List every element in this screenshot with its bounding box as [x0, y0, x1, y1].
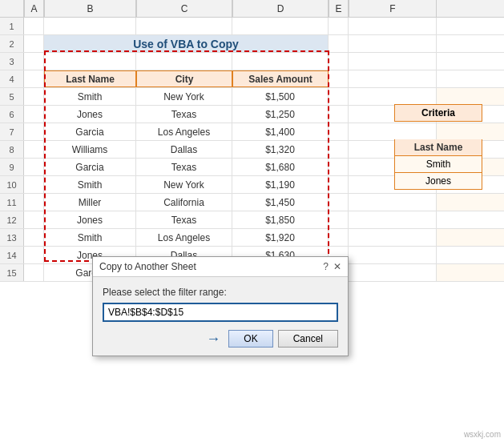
ok-button[interactable]: OK — [228, 330, 272, 348]
last-name-cell: Garcia — [44, 159, 136, 175]
table-row: 12 Jones Texas $1,850 — [0, 211, 504, 229]
last-name-cell: Garcia — [44, 123, 136, 140]
spreadsheet: A B C D E F 1 2 Use of VBA to Copy 3 — [0, 0, 504, 442]
row-num: 9 — [0, 159, 24, 175]
table-row: 4 Last Name City Sales Amount — [0, 70, 504, 88]
dialog-buttons: → OK Cancel — [103, 330, 338, 348]
last-name-cell: Jones — [44, 106, 136, 123]
table-row: 1 — [0, 18, 504, 35]
dialog-box: Copy to Another Sheet ? ✕ Please select … — [92, 256, 349, 356]
table-row: 3 — [0, 53, 504, 70]
row-num: 4 — [0, 70, 24, 87]
city-cell: New York — [136, 176, 232, 193]
dialog-question-icon[interactable]: ? — [323, 261, 329, 272]
dialog-prompt-label: Please select the filter range: — [103, 287, 338, 298]
city-cell: California — [136, 194, 232, 211]
dialog-title: Copy to Another Sheet — [99, 261, 196, 272]
row-num: 11 — [0, 194, 24, 211]
sales-cell: $1,400 — [232, 123, 329, 140]
criteria-box: Criteria Last Name Smith Jones — [394, 104, 482, 190]
city-cell: Texas — [136, 159, 232, 175]
last-name-cell: Jones — [44, 211, 136, 228]
sales-cell: $1,320 — [232, 141, 329, 158]
table-row: 13 Smith Los Angeles $1,920 — [0, 229, 504, 247]
criteria-title: Criteria — [394, 104, 482, 122]
criteria-col-label: Last Name — [394, 139, 482, 156]
sales-cell: $1,500 — [232, 88, 329, 105]
table-row: 11 Miller California $1,450 — [0, 194, 504, 211]
city-cell: Texas — [136, 106, 232, 123]
row-num: 15 — [0, 264, 24, 281]
last-name-cell: Smith — [44, 176, 136, 193]
col-header-last-name: Last Name — [44, 70, 136, 87]
row-num: 12 — [0, 211, 24, 228]
row-num: 6 — [0, 106, 24, 123]
row-num: 14 — [0, 247, 24, 263]
col-header-sales: Sales Amount — [232, 70, 329, 87]
dialog-input-wrap — [103, 303, 338, 322]
row-num: 3 — [0, 53, 24, 70]
col-header-b: B — [44, 0, 136, 17]
criteria-value-2: Jones — [394, 173, 482, 190]
row-num: 10 — [0, 176, 24, 193]
col-header-e: E — [329, 0, 349, 17]
sales-cell: $1,450 — [232, 194, 329, 211]
corner-cell — [0, 0, 24, 18]
cancel-button[interactable]: Cancel — [278, 330, 338, 348]
city-cell: Los Angeles — [136, 123, 232, 140]
arrow-icon: → — [206, 331, 220, 348]
row-num: 7 — [0, 123, 24, 140]
col-header-city: City — [136, 70, 232, 87]
table-row: 2 Use of VBA to Copy — [0, 35, 504, 53]
table-row: 5 Smith New York $1,500 — [0, 88, 504, 106]
city-cell: New York — [136, 88, 232, 105]
last-name-cell: Williams — [44, 141, 136, 158]
dialog-close-icon[interactable]: ✕ — [333, 261, 341, 272]
city-cell: Los Angeles — [136, 229, 232, 246]
watermark: wsxkj.com — [464, 430, 501, 439]
row-num: 13 — [0, 229, 24, 246]
city-cell: Dallas — [136, 141, 232, 158]
row-num: 8 — [0, 141, 24, 158]
sales-cell: $1,250 — [232, 106, 329, 123]
title-cell: Use of VBA to Copy — [44, 35, 329, 52]
last-name-cell: Smith — [44, 88, 136, 105]
column-headers: A B C D E F — [24, 0, 504, 18]
filter-range-input[interactable] — [103, 303, 338, 322]
col-header-f: F — [349, 0, 437, 17]
criteria-value-1: Smith — [394, 156, 482, 173]
row-num: 5 — [0, 88, 24, 105]
sales-cell: $1,920 — [232, 229, 329, 246]
last-name-cell: Smith — [44, 229, 136, 246]
col-header-c: C — [136, 0, 232, 17]
dialog-titlebar: Copy to Another Sheet ? ✕ — [93, 257, 348, 277]
row-num: 1 — [0, 18, 24, 34]
sales-cell: $1,850 — [232, 211, 329, 228]
sales-cell: $1,190 — [232, 176, 329, 193]
city-cell: Texas — [136, 211, 232, 228]
last-name-cell: Miller — [44, 194, 136, 211]
row-num: 2 — [0, 35, 24, 52]
sales-cell: $1,680 — [232, 159, 329, 175]
col-header-d: D — [232, 0, 329, 17]
col-header-a: A — [24, 0, 44, 17]
dialog-title-icons: ? ✕ — [323, 261, 341, 272]
dialog-body: Please select the filter range: → OK Can… — [93, 277, 348, 356]
